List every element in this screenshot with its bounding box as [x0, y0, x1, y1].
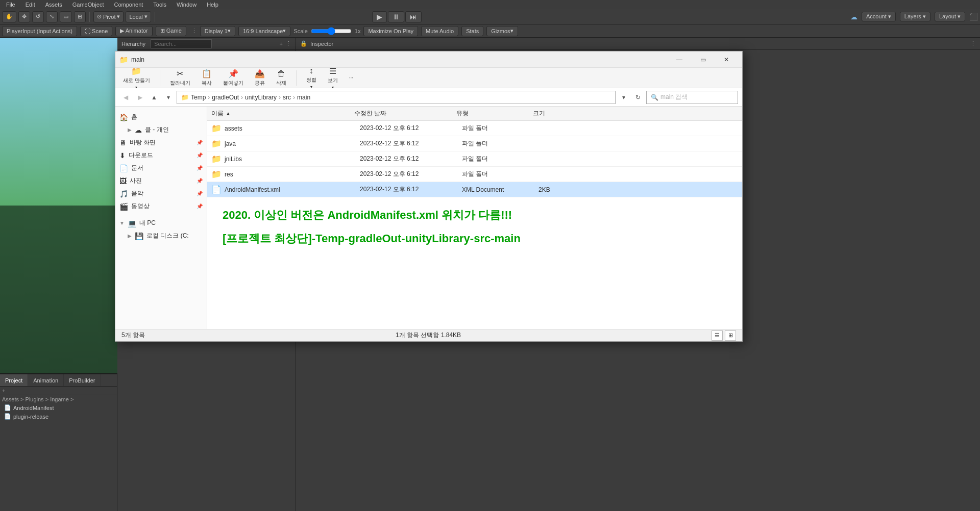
- address-path[interactable]: 📁 Temp › gradleOut › unityLibrary › src …: [177, 91, 616, 104]
- rotate-tool-btn[interactable]: ↺: [32, 11, 44, 22]
- move-tool-btn[interactable]: ✥: [18, 11, 30, 22]
- scene-tab[interactable]: ⛶ Scene: [80, 26, 112, 36]
- menu-component[interactable]: Component: [112, 1, 145, 8]
- gizmos-btn[interactable]: Gizmos ▾: [486, 26, 518, 36]
- col-header-type[interactable]: 유형: [456, 109, 533, 118]
- file-date-res: 2023-02-12 오후 6:12: [360, 170, 462, 178]
- file-row-androidmanifest[interactable]: 📄 AndroidManifest.xml 2023-02-12 오후 6:12…: [207, 182, 742, 197]
- account-button[interactable]: Account ▾: [862, 12, 896, 21]
- col-header-size[interactable]: 크기: [533, 109, 584, 118]
- inspector-lock-icon[interactable]: 🔒: [300, 40, 307, 47]
- file-row-jnilibs[interactable]: 📁 jniLibs 2023-02-12 오후 6:12 파일 폴더: [207, 151, 742, 167]
- close-button[interactable]: ✕: [715, 52, 738, 68]
- maximize-button[interactable]: ▭: [691, 52, 715, 68]
- hierarchy-add-btn[interactable]: +: [280, 41, 283, 47]
- folder-icon-res: 📁: [211, 169, 222, 179]
- mute-audio-btn[interactable]: Mute Audio: [421, 26, 458, 36]
- inspector-options-icon[interactable]: ⋮: [970, 40, 976, 47]
- search-box[interactable]: 🔍 main 검색: [646, 91, 738, 104]
- scale-tool-btn[interactable]: ⤡: [46, 11, 58, 22]
- add-project-btn[interactable]: +: [2, 388, 5, 394]
- share-button[interactable]: 📤 공유: [251, 67, 268, 88]
- tab-probuilder[interactable]: ProBuilder: [64, 374, 101, 386]
- step-button[interactable]: ⏭: [405, 11, 422, 22]
- account-dropdown-icon: ▾: [888, 13, 891, 19]
- minimize-button[interactable]: —: [668, 52, 691, 68]
- menu-assets[interactable]: Assets: [43, 1, 64, 8]
- animator-tab[interactable]: ▶ Animator: [115, 26, 152, 36]
- nav-item-downloads[interactable]: ⬇ 다운로드 📌: [115, 149, 207, 162]
- copy-button[interactable]: 📋 복사: [198, 67, 215, 88]
- tab-project[interactable]: Project: [0, 374, 28, 386]
- localdisk-icon: 💾: [135, 232, 143, 240]
- menu-gameobject[interactable]: GameObject: [70, 1, 106, 8]
- transform-tool-btn[interactable]: ⊞: [74, 11, 86, 22]
- sort-button[interactable]: ↕ 정렬 ▾: [303, 65, 320, 91]
- pivot-icon: ⊙: [97, 13, 102, 20]
- menu-edit[interactable]: Edit: [23, 1, 37, 8]
- col-header-date[interactable]: 수정한 날짜: [354, 109, 456, 118]
- project-item-plugin-release[interactable]: 📄 plugin-release: [0, 412, 117, 421]
- back-button[interactable]: ◀: [119, 91, 132, 104]
- view-button[interactable]: ☰ 보기 ▾: [324, 65, 341, 91]
- recent-button[interactable]: ▾: [162, 91, 175, 104]
- more-button[interactable]: ···: [346, 73, 357, 82]
- local-btn[interactable]: Local ▾: [126, 11, 151, 22]
- pivot-btn[interactable]: ⊙ Pivot ▾: [93, 11, 124, 22]
- hierarchy-search-input[interactable]: [151, 39, 212, 48]
- layout-button[interactable]: Layout ▾: [935, 12, 965, 21]
- rect-tool-btn[interactable]: ▭: [60, 11, 72, 22]
- maximize-on-play-btn[interactable]: Maximize On Play: [363, 26, 418, 36]
- col-header-name[interactable]: 이름 ▲: [211, 109, 354, 118]
- display-btn[interactable]: Display 1 ▾: [200, 26, 235, 36]
- forward-button[interactable]: ▶: [134, 91, 146, 104]
- nav-item-videos[interactable]: 🎬 동영상 📌: [115, 200, 207, 213]
- resolution-btn[interactable]: 16:9 Landscape ▾: [238, 26, 290, 36]
- hand-tool-btn[interactable]: ✋: [2, 11, 16, 22]
- address-dropdown-btn[interactable]: ▾: [618, 91, 630, 104]
- layers-button[interactable]: Layers ▾: [900, 12, 930, 21]
- play-button[interactable]: ▶: [372, 11, 387, 22]
- explorer-nav: 🏠 홈 ▶ ☁ 클 - 개인 🖥 바탕 화면 📌 ⬇ 다운로드 📌 📄 문서: [115, 107, 207, 329]
- ribbon-divider-1: [160, 70, 160, 86]
- unity-toolbar: ✋ ✥ ↺ ⤡ ▭ ⊞ ⊙ Pivot ▾ Local ▾ ▶ ⏸ ⏭ ☁ Ac…: [0, 9, 980, 24]
- resolution-dropdown-icon: ▾: [283, 28, 286, 34]
- playerinput-tab[interactable]: PlayerInput (Input Actions): [2, 26, 77, 36]
- cut-button[interactable]: ✂ 잘라내기: [166, 67, 194, 88]
- grid-view-toggle[interactable]: ⊞: [725, 330, 736, 341]
- nav-item-mypc[interactable]: ▼ 💻 내 PC: [115, 217, 207, 229]
- nav-item-documents[interactable]: 📄 문서 📌: [115, 162, 207, 174]
- nav-item-desktop[interactable]: 🖥 바탕 화면 📌: [115, 136, 207, 149]
- paste-icon: 📌: [228, 69, 238, 79]
- nav-item-photos[interactable]: 🖼 사진 📌: [115, 174, 207, 187]
- settings-icon[interactable]: ⬛: [969, 13, 978, 21]
- nav-item-music[interactable]: 🎵 음악 📌: [115, 187, 207, 200]
- up-button[interactable]: ▲: [148, 91, 160, 104]
- file-row-res[interactable]: 📁 res 2023-02-12 오후 6:12 파일 폴더: [207, 167, 742, 182]
- hierarchy-options-icon[interactable]: ⋮: [286, 40, 291, 47]
- stats-btn[interactable]: Stats: [461, 26, 483, 36]
- file-row-assets[interactable]: 📁 assets 2023-02-12 오후 6:12 파일 폴더: [207, 121, 742, 136]
- project-item-androidmanifest[interactable]: 📄 AndroidManifest: [0, 403, 117, 412]
- menu-help[interactable]: Help: [205, 1, 220, 8]
- delete-button[interactable]: 🗑 삭제: [273, 68, 290, 88]
- menu-tools[interactable]: Tools: [151, 1, 168, 8]
- new-item-button[interactable]: 📁 새로 만들기 ▾: [119, 65, 154, 91]
- delete-icon: 🗑: [277, 69, 285, 79]
- list-view-toggle[interactable]: ☰: [712, 330, 723, 341]
- nav-item-localdisk[interactable]: ▶ 💾 로컬 디스크 (C:: [115, 229, 207, 242]
- nav-item-home[interactable]: 🏠 홈: [115, 111, 207, 123]
- file-row-java[interactable]: 📁 java 2023-02-12 오후 6:12 파일 폴더: [207, 136, 742, 151]
- refresh-button[interactable]: ↻: [632, 91, 644, 104]
- pause-button[interactable]: ⏸: [388, 11, 404, 22]
- game-tab[interactable]: ⊞ Game: [156, 26, 186, 36]
- viewport-area: [0, 38, 117, 373]
- scale-slider[interactable]: [311, 27, 352, 35]
- menu-window[interactable]: Window: [175, 1, 199, 8]
- hierarchy-search: [149, 38, 274, 49]
- nav-item-cloud[interactable]: ▶ ☁ 클 - 개인: [115, 123, 207, 136]
- tab-animation[interactable]: Animation: [28, 374, 64, 386]
- paste-button[interactable]: 📌 붙여넣기: [219, 67, 247, 88]
- explorer-ribbon: 📁 새로 만들기 ▾ ✂ 잘라내기 📋 복사 📌 붙여넣기 📤 공유 🗑 삭제 …: [115, 68, 742, 88]
- menu-file[interactable]: File: [4, 1, 17, 8]
